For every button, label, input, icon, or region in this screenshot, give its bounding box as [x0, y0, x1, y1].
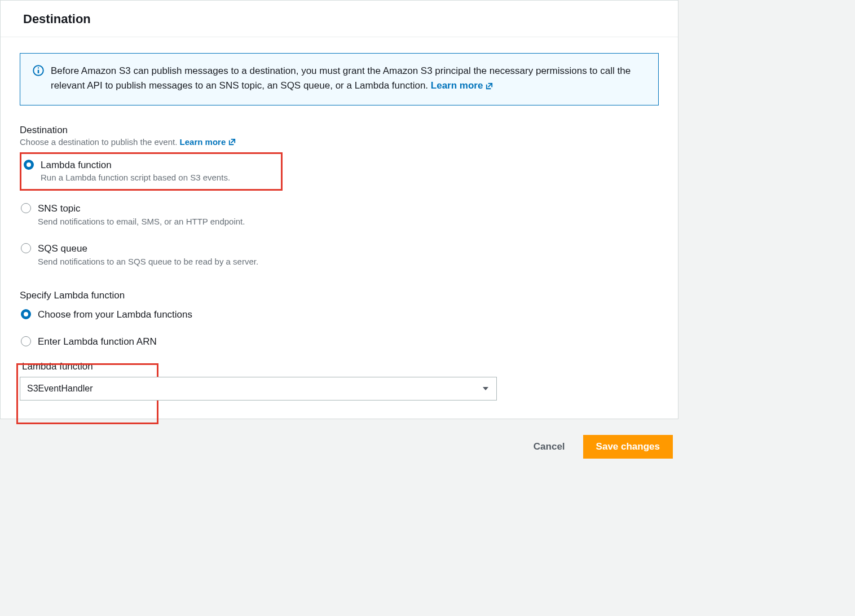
radio-label-group: SNS topic Send notifications to email, S… — [38, 202, 245, 226]
destination-learn-more-link[interactable]: Learn more — [180, 137, 237, 147]
specify-label: Specify Lambda function — [20, 290, 659, 301]
external-link-icon — [228, 138, 236, 146]
radio-enter-arn[interactable]: Enter Lambda function ARN — [20, 332, 659, 353]
svg-point-2 — [38, 67, 39, 68]
radio-desc: Send notifications to an SQS queue to be… — [38, 257, 258, 266]
info-box: Before Amazon S3 can publish messages to… — [20, 53, 659, 105]
select-value: S3EventHandler — [20, 377, 497, 401]
info-text: Before Amazon S3 can publish messages to… — [51, 64, 646, 94]
destination-label: Destination — [20, 125, 659, 136]
specify-lambda-section: Specify Lambda function Choose from your… — [20, 290, 659, 353]
panel-title: Destination — [23, 12, 661, 27]
info-message: Before Amazon S3 can publish messages to… — [51, 65, 631, 91]
cancel-button[interactable]: Cancel — [526, 435, 573, 458]
radio-indicator — [21, 243, 31, 253]
learn-more-label: Learn more — [431, 78, 483, 93]
destination-desc-text: Choose a destination to publish the even… — [20, 137, 180, 147]
radio-indicator — [21, 336, 31, 346]
radio-choose-from-functions[interactable]: Choose from your Lambda functions — [20, 305, 659, 326]
radio-indicator — [21, 203, 31, 213]
footer-actions: Cancel Save changes — [0, 419, 678, 481]
highlight-lambda-option: Lambda function Run a Lambda function sc… — [20, 152, 283, 191]
info-icon — [33, 65, 44, 76]
radio-title: Choose from your Lambda functions — [38, 308, 192, 322]
info-learn-more-link[interactable]: Learn more — [431, 78, 494, 93]
radio-indicator — [24, 160, 34, 170]
save-changes-button[interactable]: Save changes — [583, 435, 673, 459]
radio-desc: Send notifications to email, SMS, or an … — [38, 217, 245, 226]
radio-label-group: Enter Lambda function ARN — [38, 335, 157, 349]
radio-indicator — [21, 309, 31, 319]
radio-title: Lambda function — [41, 159, 230, 172]
panel-body: Before Amazon S3 can publish messages to… — [1, 37, 678, 419]
chevron-down-icon — [482, 385, 489, 392]
lambda-function-select[interactable]: S3EventHandler — [20, 377, 497, 401]
destination-panel: Destination Before Amazon S3 can publish… — [0, 0, 678, 419]
radio-label-group: Lambda function Run a Lambda function sc… — [41, 159, 230, 183]
radio-title: SQS queue — [38, 242, 258, 256]
destination-radio-group: Lambda function Run a Lambda function sc… — [20, 152, 659, 271]
learn-more-label: Learn more — [180, 137, 226, 147]
external-link-icon — [485, 82, 493, 90]
lambda-select-area: Lambda function S3EventHandler — [20, 361, 659, 401]
radio-desc: Run a Lambda function script based on S3… — [41, 173, 230, 182]
radio-sns-topic[interactable]: SNS topic Send notifications to email, S… — [20, 199, 659, 231]
radio-lambda-function[interactable]: Lambda function Run a Lambda function sc… — [23, 155, 277, 187]
specify-radio-group: Choose from your Lambda functions Enter … — [20, 305, 659, 353]
radio-title: Enter Lambda function ARN — [38, 335, 157, 349]
radio-label-group: Choose from your Lambda functions — [38, 308, 192, 322]
destination-desc: Choose a destination to publish the even… — [20, 137, 659, 147]
panel-header: Destination — [1, 1, 678, 37]
radio-label-group: SQS queue Send notifications to an SQS q… — [38, 242, 258, 266]
destination-section: Destination Choose a destination to publ… — [20, 125, 659, 271]
radio-sqs-queue[interactable]: SQS queue Send notifications to an SQS q… — [20, 239, 659, 271]
radio-title: SNS topic — [38, 202, 245, 215]
